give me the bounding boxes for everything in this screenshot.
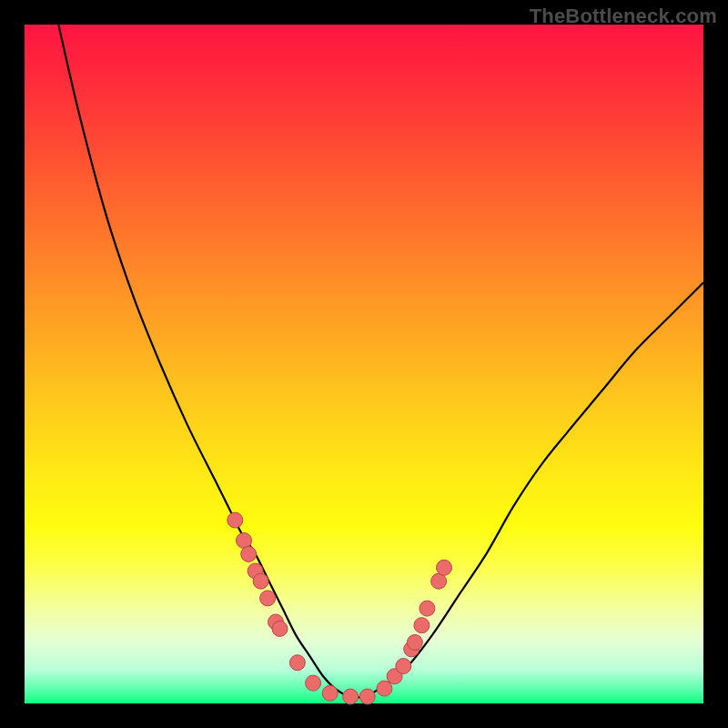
sample-dot [437,560,452,575]
sample-dot [253,573,268,589]
attribution-label: TheBottleneck.com [530,5,717,28]
sample-dot [322,685,338,701]
sample-dot [407,634,422,650]
chart-frame: TheBottleneck.com [0,0,728,728]
sample-dot [420,601,435,616]
bottleneck-curve [58,25,703,697]
sample-dot [289,655,305,671]
sample-dot [343,689,359,704]
sample-dot [228,512,243,528]
sample-dot [377,681,392,696]
sample-dots [228,512,452,704]
sample-dot [260,591,276,606]
sample-dot [272,621,288,636]
plot-area [25,25,703,703]
sample-dot [241,546,257,561]
sample-dot [306,675,321,691]
sample-dot [359,689,375,704]
sample-dot [414,618,430,633]
curve-layer [25,25,703,703]
sample-dot [396,659,411,674]
